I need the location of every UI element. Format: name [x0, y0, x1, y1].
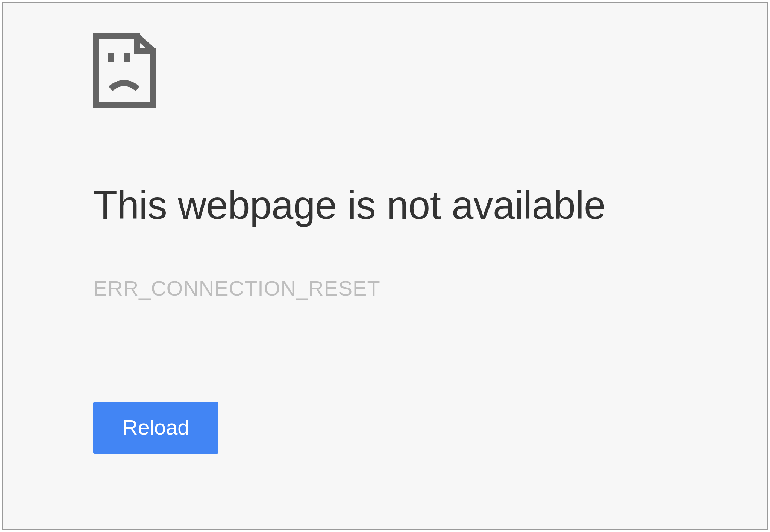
- error-title: This webpage is not available: [93, 183, 732, 227]
- error-content: This webpage is not available ERR_CONNEC…: [93, 33, 732, 454]
- svg-rect-0: [108, 53, 114, 62]
- reload-button[interactable]: Reload: [93, 402, 218, 454]
- error-code: ERR_CONNECTION_RESET: [93, 276, 732, 300]
- sad-page-icon: [93, 33, 732, 108]
- sad-page-icon-svg: [93, 33, 156, 108]
- svg-rect-1: [124, 53, 130, 62]
- error-page-frame: This webpage is not available ERR_CONNEC…: [2, 2, 768, 530]
